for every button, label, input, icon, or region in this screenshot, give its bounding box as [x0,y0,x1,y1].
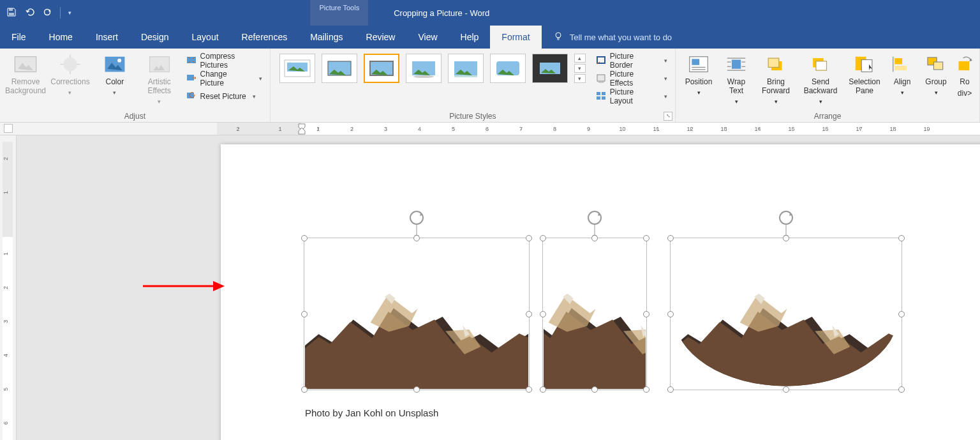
picture-style-1[interactable] [279,54,315,83]
gallery-expand[interactable]: ▾ [574,74,586,83]
qat-customize-icon[interactable]: ▾ [68,10,71,16]
artistic-effects-button[interactable]: Artistic Effects▾ [139,51,180,105]
ruler-tick: 2 [335,126,369,132]
group-adjust: Remove Background Corrections▾ Color▾ Ar… [0,49,271,122]
send-backward-button[interactable]: Send Backward▾ [799,51,842,105]
resize-handle[interactable] [783,235,789,241]
group-button[interactable]: Group▾ [921,51,951,96]
resize-handle[interactable] [783,386,789,393]
rotate-icon [953,54,977,75]
wrap-text-button[interactable]: Wrap Text▾ [720,51,752,105]
undo-icon[interactable] [24,7,34,19]
resize-handle[interactable] [526,235,532,241]
picture-effects-button[interactable]: Picture Effects▾ [593,70,670,87]
svg-rect-26 [597,57,605,63]
resize-handle[interactable] [667,311,674,317]
gallery-scroll-down[interactable]: ▾ [574,64,586,73]
align-button[interactable]: Align▾ [887,51,917,96]
redo-icon[interactable] [42,7,52,19]
resize-handle[interactable] [643,386,650,393]
resize-handle[interactable] [301,311,308,317]
picture-border-button[interactable]: Picture Border▾ [593,52,670,69]
resize-handle[interactable] [643,235,650,241]
picture-effects-icon [596,73,606,85]
resize-handle[interactable] [898,235,905,241]
ruler-tick: 15 [775,126,808,132]
ruler-horizontal[interactable]: 2 1 1 2 3 4 5 6 7 8 9 10 11 12 13 14 15 … [0,123,980,135]
resize-handle[interactable] [591,235,598,241]
resize-handle[interactable] [301,386,308,393]
tab-file[interactable]: File [0,26,38,49]
resize-handle[interactable] [898,386,905,393]
resize-handle[interactable] [898,311,905,317]
resize-handle[interactable] [591,386,598,393]
picture-style-5[interactable] [448,54,484,83]
resize-handle[interactable] [667,235,674,241]
corrections-button[interactable]: Corrections▾ [50,51,91,96]
tell-me-search[interactable]: Tell me what you want to do [542,26,683,49]
mountain-image [544,239,646,389]
svg-rect-23 [454,75,477,77]
position-button[interactable]: Position▾ [681,51,716,96]
title-bar: ▾ Picture Tools Cropping a Picture - Wor… [0,0,980,26]
gallery-scroll-up[interactable]: ▴ [574,54,586,63]
compress-icon [186,55,197,67]
tab-selector[interactable] [4,124,13,133]
selection-pane-button[interactable]: Selection Pane [845,51,884,96]
picture-3[interactable] [671,239,901,389]
tab-review[interactable]: Review [355,26,407,49]
ruler-tick: 11 [639,126,673,132]
reset-picture-button[interactable]: Reset Picture▾ [184,88,265,105]
resize-handle[interactable] [413,235,420,241]
change-picture-button[interactable]: Change Picture▾ [184,70,265,87]
tab-insert[interactable]: Insert [84,26,130,49]
save-icon[interactable] [6,7,17,19]
ruler-tick: 1 [259,126,301,132]
tab-format[interactable]: Format [490,26,541,49]
resize-handle[interactable] [413,386,420,393]
ruler-vertical[interactable]: 2 1 1 2 3 4 5 6 [0,135,17,440]
ribbon: Remove Background Corrections▾ Color▾ Ar… [0,49,980,123]
resize-handle[interactable] [643,311,650,317]
picture-2[interactable] [544,239,646,389]
svg-rect-32 [602,96,605,100]
tab-layout[interactable]: Layout [181,26,230,49]
resize-handle[interactable] [526,311,532,317]
ruler-tick: 7 [504,126,538,132]
picture-style-6[interactable] [490,54,526,83]
picture-style-3[interactable] [364,54,399,83]
resize-handle[interactable] [301,235,308,241]
tab-design[interactable]: Design [130,26,181,49]
picture-1[interactable] [305,239,528,389]
resize-handle[interactable] [540,235,546,241]
picture-layout-button[interactable]: Picture Layout▾ [593,88,670,105]
picture-style-gallery[interactable]: ▴ ▾ ▾ [276,51,590,86]
document-canvas[interactable]: Photo by Jan Kohl on Unsplash [17,135,980,440]
svg-rect-55 [959,61,970,70]
picture-style-7[interactable] [532,54,568,83]
tab-references[interactable]: References [230,26,299,49]
tab-mailings[interactable]: Mailings [299,26,354,49]
color-button[interactable]: Color▾ [94,51,135,96]
picture-style-4[interactable] [406,54,442,83]
tab-home[interactable]: Home [38,26,84,49]
lightbulb-icon [553,31,563,43]
rotate-button[interactable]: Ro div> [955,51,974,98]
resize-handle[interactable] [667,386,674,393]
picture-style-2[interactable] [322,54,357,83]
svg-rect-1 [9,13,14,15]
resize-handle[interactable] [540,386,546,393]
tab-help[interactable]: Help [449,26,491,49]
tab-view[interactable]: View [406,26,449,49]
bring-forward-button[interactable]: Bring Forward▾ [756,51,796,105]
svg-point-3 [556,33,561,38]
group-label-adjust: Adjust [5,110,265,121]
svg-point-5 [63,57,77,71]
resize-handle[interactable] [526,386,532,393]
compress-pictures-button[interactable]: Compress Pictures [184,52,265,69]
remove-background-button[interactable]: Remove Background [5,51,46,96]
svg-rect-30 [602,92,605,95]
resize-handle[interactable] [540,311,546,317]
picture-styles-dialog-launcher[interactable]: ⤡ [664,112,672,121]
ruler-tick: 1 [301,126,335,132]
